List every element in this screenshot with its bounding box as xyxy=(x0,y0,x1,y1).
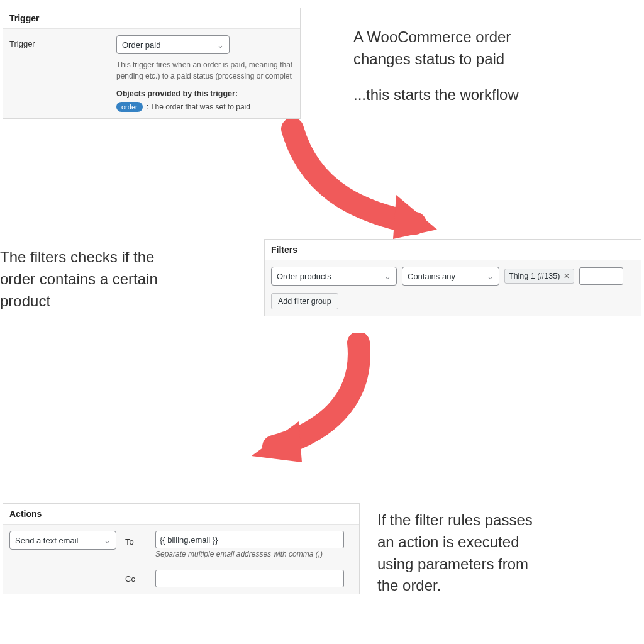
close-icon[interactable]: ✕ xyxy=(564,272,570,280)
trigger-help-text: This trigger fires when an order is paid… xyxy=(116,59,294,82)
chevron-down-icon: ⌄ xyxy=(104,536,111,545)
trigger-select-value: Order paid xyxy=(122,40,160,50)
chevron-down-icon: ⌄ xyxy=(487,272,494,281)
annotation-text: If the filter rules passes xyxy=(377,509,635,531)
filter-token[interactable]: Thing 1 (#135) ✕ xyxy=(504,269,574,284)
annotation-text: ...this starts the workflow xyxy=(353,84,618,106)
action-cc-label: Cc xyxy=(125,574,155,584)
filters-panel-title: Filters xyxy=(265,240,641,260)
filters-panel: Filters Order products ⌄ Contains any ⌄ … xyxy=(264,239,641,316)
chevron-down-icon: ⌄ xyxy=(217,40,224,50)
arrow-icon xyxy=(274,119,450,239)
trigger-objects-heading: Objects provided by this trigger: xyxy=(116,89,294,98)
actions-panel-title: Actions xyxy=(3,504,359,525)
trigger-panel-title: Trigger xyxy=(3,8,300,29)
annotation-filters: The filters checks if the order contains… xyxy=(0,247,226,312)
action-to-label: To xyxy=(125,533,155,547)
trigger-panel: Trigger Trigger Order paid ⌄ This trigge… xyxy=(3,8,301,119)
annotation-text: the order. xyxy=(377,575,635,597)
action-cc-input[interactable] xyxy=(155,570,344,587)
filter-token-label: Thing 1 (#135) xyxy=(509,272,560,280)
filter-subject-select[interactable]: Order products ⌄ xyxy=(271,267,397,286)
annotation-text: an action is executed xyxy=(377,531,635,553)
trigger-object-pill: order xyxy=(116,102,143,112)
annotation-text: order contains a certain xyxy=(0,269,226,291)
annotation-actions: If the filter rules passes an action is … xyxy=(377,509,635,597)
trigger-object-desc: : The order that was set to paid xyxy=(147,103,250,111)
filter-operator-value: Contains any xyxy=(408,272,455,281)
annotation-text: A WooCommerce order xyxy=(353,26,618,48)
annotation-text: changes status to paid xyxy=(353,48,618,70)
action-to-help: Separate multiple email addresses with c… xyxy=(155,548,353,560)
filter-operator-select[interactable]: Contains any ⌄ xyxy=(402,267,499,286)
arrow-icon xyxy=(239,333,384,472)
annotation-text: The filters checks if the xyxy=(0,247,226,269)
annotation-trigger: A WooCommerce order changes status to pa… xyxy=(353,26,618,106)
trigger-field-label: Trigger xyxy=(9,35,116,48)
annotation-text: using parameters from xyxy=(377,553,635,575)
action-type-select[interactable]: Send a text email ⌄ xyxy=(9,531,116,550)
filter-subject-value: Order products xyxy=(277,272,331,281)
annotation-text: product xyxy=(0,291,226,313)
actions-panel: Actions Send a text email ⌄ To Separate … xyxy=(3,503,360,594)
trigger-select[interactable]: Order paid ⌄ xyxy=(116,35,230,54)
action-to-input[interactable] xyxy=(155,531,344,548)
add-filter-group-button[interactable]: Add filter group xyxy=(271,293,338,309)
action-type-value: Send a text email xyxy=(15,536,78,545)
filter-value-input[interactable] xyxy=(579,267,623,285)
chevron-down-icon: ⌄ xyxy=(384,272,391,281)
